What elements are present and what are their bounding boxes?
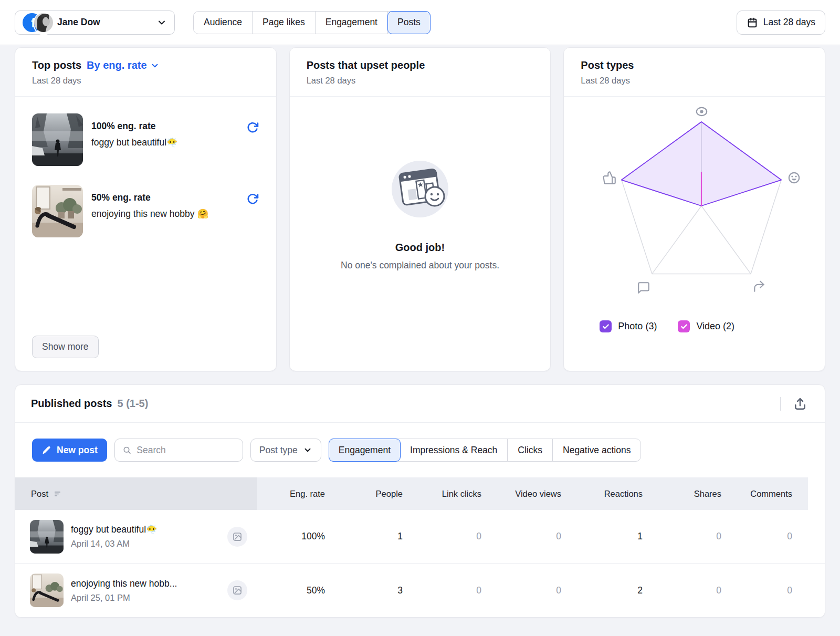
post-date: April 25, 01 PM <box>71 593 177 603</box>
cell-people: 1 <box>325 510 403 563</box>
post-info: enojoying this new hobb... April 25, 01 … <box>71 578 177 603</box>
cell-people: 3 <box>325 564 403 617</box>
filter-tab-engagement[interactable]: Engagement <box>329 439 401 462</box>
top-posts-subtitle: Last 28 days <box>32 76 259 86</box>
cell-shares: 0 <box>643 564 721 617</box>
top-posts-card: Top posts By eng. rate Last 28 days <box>15 47 277 371</box>
column-header-post[interactable]: Post <box>15 477 257 510</box>
date-range-label: Last 28 days <box>763 17 815 28</box>
cell-eng-rate: 100% <box>257 510 325 563</box>
top-posts-body: 100% eng. rate foggy but beautiful😶‍🌫️ <box>15 97 276 371</box>
top-posts-sort-dropdown[interactable]: By eng. rate <box>87 59 159 71</box>
published-posts-toolbar: New post Post type Engagement Impression… <box>15 423 825 477</box>
calendar-icon <box>747 17 758 28</box>
search-icon <box>122 445 131 455</box>
upset-posts-header: Posts that upset people Last 28 days <box>290 48 551 97</box>
share-arrow-icon <box>752 279 766 294</box>
post-types-card: Post types Last 28 days <box>563 47 825 371</box>
top-post-item[interactable]: 100% eng. rate foggy but beautiful😶‍🌫️ <box>32 113 259 166</box>
filter-tab-negative-actions[interactable]: Negative actions <box>553 439 640 461</box>
cell-video-views: 0 <box>481 510 561 563</box>
show-more-button[interactable]: Show more <box>32 336 99 358</box>
checkbox-checked-icon <box>678 320 690 332</box>
new-post-label: New post <box>57 445 98 456</box>
analytics-page: f Jane Dow Audience Page likes Engagemen… <box>0 0 840 636</box>
divider <box>780 397 781 411</box>
radar-legend: Photo (3) Video (2) <box>600 320 808 332</box>
legend-item-video[interactable]: Video (2) <box>678 320 734 332</box>
post-date: April 14, 03 AM <box>71 539 158 549</box>
published-posts-header: Published posts 5 (1-5) <box>15 385 825 423</box>
column-header-eng-rate: Eng. rate <box>257 477 325 510</box>
profile-selector[interactable]: f Jane Dow <box>15 11 175 35</box>
post-type-dropdown[interactable]: Post type <box>250 439 321 462</box>
legend-label: Video (2) <box>696 321 734 332</box>
tab-audience[interactable]: Audience <box>194 12 253 34</box>
cell-reactions: 2 <box>561 564 643 617</box>
empty-state-title: Good job! <box>395 242 445 254</box>
new-post-button[interactable]: New post <box>32 439 107 462</box>
filter-tab-impressions-reach[interactable]: Impressions & Reach <box>400 439 508 461</box>
cell-comments: 0 <box>721 510 808 563</box>
top-post-text: 100% eng. rate foggy but beautiful😶‍🌫️ <box>91 113 238 166</box>
summary-cards: Top posts By eng. rate Last 28 days <box>15 47 825 371</box>
legend-label: Photo (3) <box>618 321 657 332</box>
upset-posts-empty-state: Good job! No one's complained about your… <box>290 97 551 371</box>
refresh-icon[interactable] <box>246 185 259 237</box>
column-header-people: People <box>325 477 403 510</box>
post-thumbnail-yoga <box>32 185 83 237</box>
sort-icon <box>54 489 62 498</box>
profile-name: Jane Dow <box>57 17 151 28</box>
tab-page-likes[interactable]: Page likes <box>253 12 316 34</box>
column-header-shares: Shares <box>643 477 721 510</box>
post-caption: foggy but beautiful😶‍🌫️ <box>71 524 158 535</box>
column-header-video-views: Video views <box>481 477 561 510</box>
published-posts-title: Published posts <box>31 398 112 410</box>
table-row[interactable]: enojoying this new hobb... April 25, 01 … <box>15 564 825 617</box>
post-cell: enojoying this new hobb... April 25, 01 … <box>15 564 257 617</box>
post-caption: enojoying this new hobb... <box>71 578 177 589</box>
export-button[interactable] <box>791 395 809 413</box>
tab-posts[interactable]: Posts <box>387 11 430 34</box>
chevron-down-icon <box>303 445 312 455</box>
cell-eng-rate: 50% <box>257 564 325 617</box>
cell-shares: 0 <box>643 510 721 563</box>
refresh-icon[interactable] <box>246 113 259 166</box>
post-types-body: Photo (3) Video (2) <box>564 97 825 371</box>
column-header-reactions: Reactions <box>561 477 643 510</box>
eye-icon <box>694 104 709 119</box>
search-input[interactable] <box>136 445 235 456</box>
top-post-caption: foggy but beautiful😶‍🌫️ <box>91 137 238 148</box>
avatar <box>34 13 53 34</box>
report-tabs: Audience Page likes Engagement Posts <box>193 11 430 34</box>
date-range-button[interactable]: Last 28 days <box>737 11 825 35</box>
post-types-title: Post types <box>581 59 634 71</box>
search-input-wrapper <box>114 439 243 462</box>
post-type-label: Post type <box>259 445 298 456</box>
photo-type-icon <box>227 527 247 547</box>
photo-type-icon <box>227 580 247 600</box>
metric-filter-tabs: Engagement Impressions & Reach Clicks Ne… <box>329 439 642 462</box>
top-post-caption: enojoying this new hobby 🤗 <box>91 208 238 220</box>
smiley-icon <box>786 170 801 185</box>
published-posts-card: Published posts 5 (1-5) New post <box>15 384 825 618</box>
filter-tab-clicks[interactable]: Clicks <box>508 439 553 461</box>
table-row[interactable]: foggy but beautiful😶‍🌫️ April 14, 03 AM … <box>15 510 825 564</box>
top-post-item[interactable]: 50% eng. rate enojoying this new hobby 🤗 <box>32 185 259 237</box>
upset-posts-card: Posts that upset people Last 28 days <box>289 47 551 371</box>
pencil-icon <box>41 445 51 455</box>
cell-reactions: 1 <box>561 510 643 563</box>
cell-link-clicks: 0 <box>403 564 481 617</box>
top-post-text: 50% eng. rate enojoying this new hobby 🤗 <box>91 185 238 237</box>
legend-item-photo[interactable]: Photo (3) <box>600 320 657 332</box>
post-thumbnail-foggy <box>32 113 83 166</box>
thumb-up-icon <box>602 170 616 185</box>
cell-comments: 0 <box>721 564 808 617</box>
cell-link-clicks: 0 <box>403 510 481 563</box>
tab-engagement[interactable]: Engagement <box>316 12 388 34</box>
profile-avatars: f <box>23 13 52 32</box>
empty-state-message: No one's complained about your posts. <box>341 260 499 271</box>
post-types-subtitle: Last 28 days <box>581 76 808 86</box>
post-types-header: Post types Last 28 days <box>564 48 825 97</box>
chevron-down-icon <box>156 17 167 28</box>
